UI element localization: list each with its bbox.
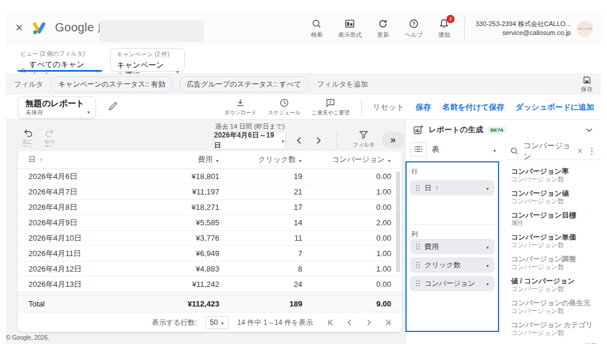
- table-filter-button[interactable]: フィルタ: [353, 129, 375, 149]
- display-format-button[interactable]: 表示形式: [338, 18, 362, 39]
- chart-type-selector[interactable]: 表: [410, 142, 497, 157]
- rows-per-page-select[interactable]: 50: [205, 316, 229, 329]
- download-icon: [235, 98, 245, 108]
- search-nav-button[interactable]: 検索: [311, 18, 322, 39]
- chevron-down-icon: [279, 136, 285, 145]
- column-chip-cost[interactable]: 費用: [410, 239, 494, 254]
- report-title-selector[interactable]: 無題のレポート 未保存: [18, 96, 96, 119]
- table-row[interactable]: 2026年4月8日¥18,271170.00: [18, 200, 402, 215]
- column-chip-conversions[interactable]: コンバージョン: [410, 276, 494, 291]
- chevron-down-icon: [483, 261, 490, 269]
- previous-page-icon[interactable]: [345, 318, 354, 327]
- table-row[interactable]: 2026年4月13日¥11,242240.00: [18, 277, 402, 292]
- download-button[interactable]: ダウンロード: [224, 98, 257, 117]
- metric-item[interactable]: コンバージョン単価コンバージョン数: [511, 233, 598, 249]
- divider: [361, 99, 362, 116]
- collapse-builder-button[interactable]: [584, 125, 594, 137]
- campaign-selector[interactable]: キャンペーン (2 件) キャンペーンを選択: [110, 48, 185, 72]
- previous-period-button[interactable]: [294, 135, 305, 148]
- feedback-icon: [325, 98, 336, 108]
- table-header-row: 日 費用 クリック数 コンバージョン: [18, 151, 402, 169]
- date-range-picker[interactable]: 2026年4月6日～19日: [213, 132, 286, 149]
- google-ads-logo-icon: [31, 20, 47, 36]
- account-info[interactable]: 330-253-2394 株式会社CALLO... service@callos…: [475, 20, 571, 37]
- divider: [464, 17, 465, 40]
- table-row[interactable]: 2026年4月10日¥3,776110.00: [18, 231, 402, 246]
- view-selector[interactable]: ビュー (2 個のフィルタ) すべてのキャンペーン: [18, 48, 102, 72]
- filter-chip-campaign-status[interactable]: キャンペーンのステータス:: 有効: [50, 76, 173, 92]
- metric-item[interactable]: コンバージョン調整コンバージョン数: [511, 255, 598, 271]
- close-icon[interactable]: ×: [15, 22, 23, 34]
- pagination-range: 14 件中 1～14 件を表示: [237, 318, 313, 328]
- table-row[interactable]: 2026年4月12日¥4,88381.00: [18, 261, 402, 277]
- schedule-button[interactable]: スケジュール: [268, 98, 301, 117]
- table-row[interactable]: 2026年4月9日¥5,585142.00: [18, 215, 402, 231]
- last-page-icon[interactable]: [383, 318, 392, 327]
- undo-button[interactable]: 元に戻す: [21, 127, 33, 147]
- row-chip-date[interactable]: 日: [410, 180, 494, 196]
- next-page-icon[interactable]: [364, 318, 373, 327]
- column-header-conversions[interactable]: コンバージョン: [302, 155, 391, 165]
- drag-handle-icon: [416, 262, 417, 263]
- collapse-panel-button[interactable]: [382, 132, 404, 148]
- metric-item[interactable]: コンバージョンの発生元コンバージョン数: [511, 299, 598, 315]
- avatar[interactable]: CALLOSUM: [577, 21, 593, 37]
- save-filters-button[interactable]: 保存: [581, 75, 593, 94]
- add-to-dashboard-button[interactable]: ダッシュボードに追加: [516, 102, 594, 113]
- metric-item[interactable]: コンバージョン カテゴリコンバージョン数: [511, 321, 598, 337]
- help-button[interactable]: ? ヘルプ: [404, 18, 423, 39]
- sort-ascending-icon: [432, 184, 439, 192]
- save-as-button[interactable]: 名前を付けて保存: [442, 102, 504, 113]
- table-row[interactable]: 2026年4月6日¥18,801190.00: [18, 169, 402, 184]
- account-id: 330-253-2394 株式会社CALLO...: [475, 20, 571, 28]
- metric-item[interactable]: 値 / コンバージョンコンバージョン数: [511, 277, 598, 293]
- column-header-clicks[interactable]: クリック数: [219, 155, 302, 165]
- drag-handle-icon: [416, 185, 417, 186]
- clear-search-icon[interactable]: ×: [577, 147, 583, 155]
- save-button[interactable]: 保存: [416, 102, 431, 113]
- filter-chip-adgroup-status[interactable]: 広告グループのステータス:: すべて: [179, 76, 309, 92]
- column-header-date[interactable]: 日: [28, 155, 113, 165]
- builder-header: レポートの生成 BETA: [405, 120, 601, 140]
- filter-bar: フィルタ キャンペーンのステータス:: 有効 広告グループのステータス:: すべ…: [6, 74, 601, 95]
- chevron-down-icon: [584, 125, 594, 135]
- table-row[interactable]: 2026年4月11日¥6,94971.00: [18, 246, 402, 261]
- rows-per-page-label: 表示する行数:: [152, 318, 197, 328]
- metric-search-input[interactable]: コンバージョン: [523, 142, 573, 162]
- column-header-cost[interactable]: 費用: [113, 155, 219, 165]
- reset-button[interactable]: リセット: [373, 102, 404, 113]
- top-bar: × Google 広告 検索 表示形式 更新: [6, 12, 601, 46]
- report-title: 無題のレポート: [25, 98, 84, 108]
- divider: [407, 224, 498, 225]
- add-filter-button[interactable]: フィルタを追加: [317, 79, 368, 90]
- metric-item[interactable]: コンバージョンまでの日数: [511, 343, 598, 344]
- search-icon: [510, 146, 519, 155]
- metric-search-column: コンバージョン × ⋮ コンバージョン率コンバージョン数 コンバージョン値コンバ…: [506, 142, 601, 344]
- account-email: service@callosum.co.jp: [475, 28, 571, 37]
- metric-item[interactable]: コンバージョン率コンバージョン数: [511, 167, 598, 183]
- report-table: 日 費用 クリック数 コンバージョン 2026年4月6日¥18,801190.0…: [18, 151, 402, 332]
- chevron-down-icon: [84, 106, 91, 116]
- metric-list: コンバージョン率コンバージョン数 コンバージョン値コンバージョン数 コンバージョ…: [506, 160, 601, 344]
- table-scrollbar[interactable]: [396, 171, 400, 272]
- first-page-icon[interactable]: [326, 318, 336, 327]
- table-row[interactable]: 2026年4月7日¥11,197211.00: [18, 184, 402, 200]
- column-chip-clicks[interactable]: クリック数: [410, 257, 494, 273]
- table-type-icon: [410, 142, 427, 157]
- funnel-icon: [358, 129, 369, 141]
- feedback-button[interactable]: ご意見やご要望: [312, 98, 350, 117]
- refresh-button[interactable]: 更新: [377, 18, 389, 39]
- chevron-down-icon: [483, 242, 490, 251]
- report-header-row: 無題のレポート 未保存 ダウンロード スケジュール ご意見やご要望 リセット 保…: [6, 95, 601, 120]
- report-canvas: 元に戻す やり直し 過去 14 日間 (昨日まで) 2026年4月6日～19日: [6, 120, 405, 344]
- metric-item[interactable]: コンバージョン目標属性: [511, 211, 598, 227]
- redo-button[interactable]: やり直し: [44, 127, 56, 147]
- edit-title-button[interactable]: [108, 101, 118, 114]
- builder-title: レポートの生成: [429, 124, 483, 135]
- sort-ascending-icon: [36, 156, 43, 164]
- insert-chart-icon: [413, 124, 424, 136]
- notifications-button[interactable]: ! 通知: [438, 18, 450, 39]
- kebab-menu-icon[interactable]: ⋮: [587, 146, 596, 157]
- metric-item[interactable]: コンバージョン値コンバージョン数: [511, 189, 598, 205]
- next-period-button[interactable]: [313, 135, 324, 148]
